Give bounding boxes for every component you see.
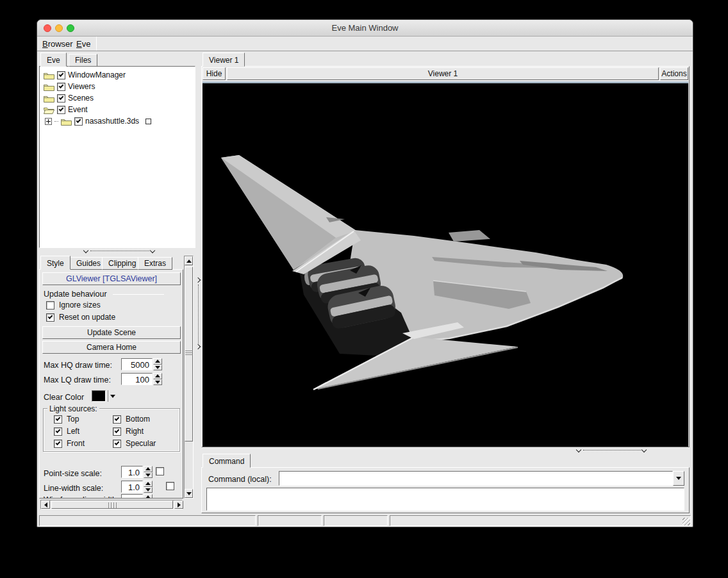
command-input[interactable]	[279, 471, 673, 486]
light-front-option[interactable]: Front	[54, 439, 85, 448]
thumb-grip	[185, 351, 193, 356]
point-size-value[interactable]: 1.0	[121, 466, 143, 478]
status-segment	[324, 515, 388, 526]
tree-checkbox[interactable]	[57, 106, 65, 114]
update-scene-button[interactable]: Update Scene	[42, 326, 181, 339]
splitter-collapse-icon[interactable]	[83, 248, 88, 253]
tree-state-box[interactable]	[145, 119, 151, 124]
tree-expander-icon[interactable]	[45, 118, 52, 125]
light-top-checkbox[interactable]	[54, 415, 62, 424]
reset-on-update-option[interactable]: Reset on update	[46, 313, 115, 322]
line-width-checkbox[interactable]	[166, 482, 174, 490]
light-front-checkbox[interactable]	[54, 440, 62, 448]
vscrollbar-thumb[interactable]	[185, 267, 193, 442]
style-panel: GLViewer [TGLSAViewer] Update behaviour …	[39, 269, 183, 499]
tree-item-nasashuttle[interactable]: nasashuttle.3ds	[45, 116, 151, 126]
tree-item-event[interactable]: Event	[44, 104, 88, 115]
menu-browser[interactable]: Browser	[40, 39, 75, 49]
clear-color-dropdown[interactable]	[108, 390, 117, 402]
tab-extras[interactable]: Extras	[138, 257, 172, 270]
max-lq-spinner[interactable]: 100	[121, 373, 162, 385]
splitter-collapse-icon[interactable]	[641, 447, 647, 452]
style-panel-hscrollbar[interactable]	[40, 500, 183, 509]
tree-checkbox[interactable]	[57, 94, 65, 103]
menu-eve[interactable]: Eve	[74, 39, 92, 49]
splitter-collapse-icon[interactable]	[195, 277, 201, 283]
light-top-option[interactable]: Top	[54, 415, 79, 424]
glviewer-button[interactable]: GLViewer [TGLSAViewer]	[42, 272, 181, 285]
light-bottom-checkbox[interactable]	[113, 415, 121, 424]
update-behaviour-rule	[113, 294, 164, 295]
command-output[interactable]	[206, 488, 684, 511]
light-right-checkbox[interactable]	[113, 427, 121, 436]
tab-clipping[interactable]: Clipping	[102, 257, 142, 270]
folder-icon	[44, 71, 54, 79]
tab-viewer-1[interactable]: Viewer 1	[203, 53, 245, 67]
tree-item-viewers[interactable]: Viewers	[44, 81, 95, 92]
spin-up-button[interactable]	[153, 358, 162, 365]
viewer-title-bar[interactable]: Viewer 1	[227, 67, 659, 80]
scroll-up-button[interactable]	[185, 256, 193, 265]
hscrollbar-thumb[interactable]	[51, 500, 173, 509]
camera-home-button[interactable]: Camera Home	[42, 341, 181, 354]
scroll-right-button[interactable]	[174, 500, 183, 509]
line-width-label: Line-width scale:	[44, 484, 103, 493]
tree-item-scenes[interactable]: Scenes	[44, 93, 94, 103]
command-dropdown-button[interactable]	[673, 471, 684, 486]
scroll-left-button[interactable]	[41, 500, 50, 509]
light-right-option[interactable]: Right	[113, 427, 144, 436]
ignore-sizes-checkbox[interactable]	[46, 301, 54, 310]
max-hq-spinner[interactable]: 5000	[121, 358, 162, 370]
main-vertical-splitter[interactable]	[195, 51, 201, 514]
tree-checkbox[interactable]	[74, 117, 83, 126]
command-combobox[interactable]	[279, 471, 684, 486]
light-left-checkbox[interactable]	[54, 427, 62, 436]
spin-up-button[interactable]	[144, 466, 153, 472]
tree-checkbox[interactable]	[57, 83, 65, 91]
spin-up-button[interactable]	[153, 373, 162, 379]
light-bottom-option[interactable]: Bottom	[113, 415, 150, 424]
tab-command[interactable]: Command	[203, 454, 251, 468]
light-left-option[interactable]: Left	[54, 427, 79, 436]
point-size-checkbox[interactable]	[156, 467, 164, 475]
point-size-spinner[interactable]: 1.0	[121, 466, 153, 478]
light-specular-option[interactable]: Specular	[113, 439, 156, 448]
spin-down-button[interactable]	[153, 365, 162, 371]
tree-item-label: WindowManager	[68, 70, 126, 79]
light-specular-checkbox[interactable]	[113, 440, 121, 448]
ignore-sizes-option[interactable]: Ignore sizes	[46, 301, 101, 310]
gl-viewport[interactable]	[203, 83, 688, 447]
splitter-collapse-icon[interactable]	[150, 248, 155, 253]
splitter-dotted-line	[583, 450, 641, 450]
spin-up-button[interactable]	[144, 481, 153, 487]
scroll-down-button[interactable]	[185, 489, 193, 498]
splitter-collapse-icon[interactable]	[576, 447, 581, 452]
wireframe-value[interactable]: 1.0	[121, 494, 143, 499]
clear-color-swatch[interactable]	[92, 390, 106, 402]
reset-on-update-checkbox[interactable]	[46, 313, 54, 322]
clear-color-label: Clear Color	[44, 393, 84, 402]
splitter-collapse-icon[interactable]	[195, 344, 201, 349]
line-width-spinner[interactable]: 1.0	[121, 481, 153, 493]
tab-files[interactable]: Files	[69, 54, 97, 67]
spin-down-button[interactable]	[144, 487, 153, 493]
spin-down-button[interactable]	[144, 472, 153, 479]
viewer-actions-button[interactable]: Actions	[660, 67, 688, 80]
style-panel-vscrollbar[interactable]	[184, 256, 194, 499]
resize-grip-icon[interactable]	[682, 518, 690, 525]
line-width-value[interactable]: 1.0	[121, 481, 143, 493]
spin-up-button[interactable]	[144, 494, 153, 499]
max-lq-value[interactable]: 100	[121, 373, 153, 385]
max-hq-value[interactable]: 5000	[121, 358, 153, 370]
viewer-hide-button[interactable]: Hide	[203, 67, 226, 80]
left-horizontal-splitter[interactable]	[39, 248, 195, 255]
tree-item-label: Scenes	[68, 94, 94, 103]
viewer-horizontal-splitter[interactable]	[201, 447, 690, 454]
tab-eve[interactable]: Eve	[40, 53, 67, 67]
tree-checkbox[interactable]	[57, 71, 65, 79]
window-titlebar[interactable]: Eve Main Window	[37, 20, 693, 37]
spin-down-button[interactable]	[153, 379, 162, 386]
tree-item-windowmanager[interactable]: WindowManager	[44, 70, 126, 80]
wireframe-spinner[interactable]: 1.0	[121, 494, 153, 499]
tab-style[interactable]: Style	[40, 256, 70, 270]
